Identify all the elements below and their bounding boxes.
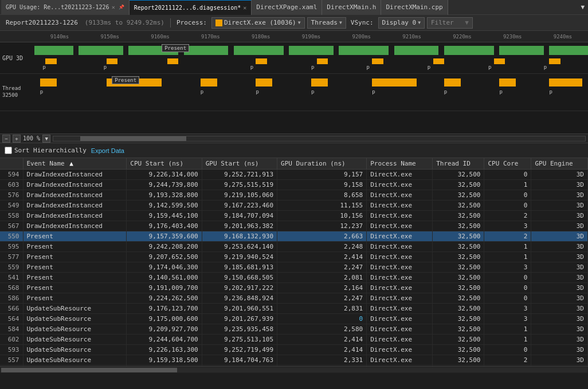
options-bar: Sort Hierarchically Export Data (0, 143, 588, 158)
event-name-cell: UpdateSubResource (23, 335, 127, 345)
tab-close-icon[interactable]: ✕ (112, 4, 115, 10)
col-header-gpu-start[interactable]: GPU Start (ns) (202, 158, 277, 170)
display-dropdown[interactable]: Display 0 ▼ (378, 17, 425, 29)
cpu-core-cell: 0 (484, 283, 531, 293)
process-dropdown[interactable]: DirectX.exe (10036) ▼ (211, 17, 305, 29)
table-container[interactable]: Event Name ▲ CPU Start (ns) GPU Start (n… (0, 158, 588, 366)
gpu3d-content[interactable]: Present p p p p p p p p (34, 42, 588, 73)
thread-content[interactable]: Present p p p p p p p p (34, 74, 588, 111)
table-row[interactable]: 559 Present 9,174,046,300 9,185,681,913 … (0, 262, 588, 273)
tab-overflow-button[interactable]: ▼ (577, 3, 588, 11)
gpu-start-cell: 9,202,917,222 (202, 283, 277, 293)
table-row[interactable]: 584 UpdateSubResource 9,209,927,700 9,23… (0, 324, 588, 335)
gpu-start-cell: 9,275,513,105 (202, 335, 277, 345)
tab-label: Report20211122...6.diagsession* (134, 5, 241, 11)
gpu-engine-cell: 3D (531, 221, 588, 231)
cpu-start-cell: 9,226,314,000 (127, 170, 202, 180)
thread-p-6: p (444, 89, 447, 95)
col-header-gpu-engine[interactable]: GPU Engine (531, 158, 588, 170)
export-data-button[interactable]: Export Data (91, 147, 124, 154)
threads-dropdown[interactable]: Threads ▼ (307, 17, 346, 29)
zoom-dropdown-button[interactable]: ▼ (42, 135, 50, 143)
table-row[interactable]: 595 Present 9,242,208,200 9,253,624,140 … (0, 242, 588, 252)
plus-button[interactable]: + (13, 135, 21, 143)
col-header-gpu-duration[interactable]: GPU Duration (ns) (277, 158, 367, 170)
col-header-thread-id[interactable]: Thread ID (433, 158, 484, 170)
horizontal-scrollbar[interactable] (53, 136, 586, 142)
cpu-core-cell: 1 (484, 180, 531, 190)
time-tick-0: 9140ms (34, 34, 85, 40)
cpu-start-cell: 9,244,604,700 (127, 335, 202, 345)
thread-id-cell: 32,500 (433, 335, 484, 345)
table-row[interactable]: 564 UpdateSubResource 9,175,000,600 9,20… (0, 314, 588, 324)
thread-id-cell: 32,500 (433, 324, 484, 335)
thread-row[interactable]: Thread32500 Present p p p p p (0, 74, 588, 111)
tab-bar: GPU Usage: Re...t20211223-1226 ✕ 📌 Repor… (0, 0, 588, 15)
gpu-start-cell: 9,235,935,458 (202, 324, 277, 335)
table-row[interactable]: 558 DrawIndexedInstanced 9,159,445,100 9… (0, 211, 588, 221)
event-name-cell: UpdateSubResource (23, 355, 127, 366)
table-row[interactable]: 594 DrawIndexedInstanced 9,226,314,000 9… (0, 170, 588, 180)
tab-gpu-usage[interactable]: GPU Usage: Re...t20211223-1226 ✕ 📌 (1, 0, 130, 15)
table-row[interactable]: 541 Present 9,140,561,000 9,150,668,505 … (0, 273, 588, 283)
event-name-cell: DrawIndexedInstanced (23, 180, 127, 190)
table-row[interactable]: 603 DrawIndexedInstanced 9,244,739,800 9… (0, 180, 588, 190)
event-name-cell: DrawIndexedInstanced (23, 221, 127, 231)
tab-close-icon[interactable]: ✕ (243, 5, 246, 11)
table-row[interactable]: 549 DrawIndexedInstanced 9,142,599,500 9… (0, 201, 588, 211)
sort-hierarchically-checkbox[interactable]: Sort Hierarchically (5, 147, 87, 154)
bottom-scroll-thumb[interactable] (1, 368, 177, 372)
gpu-activity-bar-7 (339, 46, 389, 55)
filter-input[interactable]: Filter ▼ (427, 17, 473, 29)
time-ruler: 9140ms 9150ms 9160ms 9170ms 9180ms 9190m… (0, 31, 588, 42)
col-header-cpu-start[interactable]: CPU Start (ns) (127, 158, 202, 170)
thread-bar-5 (311, 78, 328, 87)
minus-button[interactable]: − (2, 135, 10, 143)
table-row[interactable]: 568 Present 9,191,009,700 9,202,917,222 … (0, 283, 588, 293)
bottom-scroll-track[interactable] (1, 368, 587, 372)
cpu-core-cell: 1 (484, 324, 531, 335)
col-header-event[interactable]: Event Name ▲ (23, 158, 127, 170)
table-row[interactable]: 576 DrawIndexedInstanced 9,193,328,800 9… (0, 190, 588, 201)
table-row[interactable]: 566 UpdateSubResource 9,176,123,700 9,20… (0, 304, 588, 314)
tab-report[interactable]: Report20211122...6.diagsession* ✕ (130, 0, 252, 15)
cpu-core-cell: 0 (484, 201, 531, 211)
gpu-start-cell: 9,168,132,930 (202, 231, 277, 242)
process-name-cell: DirectX.exe (367, 190, 433, 201)
col-header-cpu-core[interactable]: CPU Core (484, 158, 531, 170)
sort-hierarchically-input[interactable] (5, 147, 12, 154)
row-id: 576 (0, 190, 23, 201)
table-row[interactable]: 586 Present 9,224,262,500 9,236,848,924 … (0, 293, 588, 304)
sort-hierarchically-label: Sort Hierarchically (14, 147, 87, 154)
row-id: 595 (0, 242, 23, 252)
gpu-engine-cell: 3D (531, 211, 588, 221)
table-row[interactable]: 593 UpdateSubResource 9,226,163,300 9,25… (0, 345, 588, 355)
cpu-core-cell: 0 (484, 170, 531, 180)
gpu-duration-cell: 2,414 (277, 335, 367, 345)
table-row[interactable]: 567 DrawIndexedInstanced 9,176,403,400 9… (0, 221, 588, 231)
tab-directxpage-xaml[interactable]: DirectXPage.xaml (252, 0, 322, 15)
horizontal-scroll-thumb[interactable] (80, 136, 187, 141)
thread-bar-7 (444, 78, 461, 87)
col-header-process[interactable]: Process Name (367, 158, 433, 170)
timeline-area: 9140ms 9150ms 9160ms 9170ms 9180ms 9190m… (0, 31, 588, 134)
table-row[interactable]: 577 Present 9,207,652,500 9,219,940,524 … (0, 252, 588, 262)
row-id: 557 (0, 355, 23, 366)
cpu-core-cell: 1 (484, 252, 531, 262)
tab-directxmain-h[interactable]: DirectXMain.h (322, 0, 381, 15)
time-tick-10: 9240ms (538, 34, 588, 40)
gpu3d-row[interactable]: GPU 3D (0, 42, 588, 74)
table-row[interactable]: 557 UpdateSubResource 9,159,318,500 9,18… (0, 355, 588, 366)
tab-label: DirectXMain.cpp (386, 3, 442, 11)
gpu-present-2 (107, 58, 117, 64)
gpu-engine-cell: 3D (531, 324, 588, 335)
thread-p-2: p (201, 89, 203, 95)
row-id: 577 (0, 252, 23, 262)
gpu-activity-bar-6 (289, 46, 333, 55)
bottom-scrollbar[interactable] (0, 366, 588, 373)
process-name-cell: DirectX.exe (367, 345, 433, 355)
table-row[interactable]: 602 UpdateSubResource 9,244,604,700 9,27… (0, 335, 588, 345)
gpu-start-cell: 9,253,624,140 (202, 242, 277, 252)
table-row[interactable]: 550 Present 9,157,359,600 9,168,132,930 … (0, 231, 588, 242)
tab-directxmain-cpp[interactable]: DirectXMain.cpp (381, 0, 448, 15)
